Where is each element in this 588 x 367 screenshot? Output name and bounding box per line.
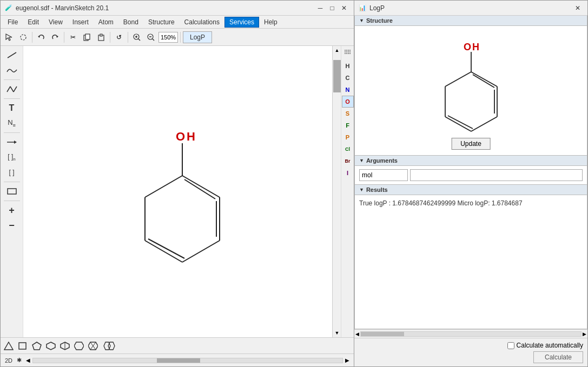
double-hex-btn[interactable]: [101, 340, 117, 352]
maximize-button[interactable]: □: [327, 3, 338, 13]
calc-auto-checkbox[interactable]: [507, 342, 514, 349]
wave-bond-btn[interactable]: [3, 63, 21, 77]
triangle-btn[interactable]: [3, 340, 15, 352]
minimize-button[interactable]: ─: [315, 3, 326, 13]
svg-line-28: [184, 179, 215, 199]
atom-P-btn[interactable]: P: [342, 131, 354, 143]
atom-Cl-btn[interactable]: Cl: [342, 143, 354, 155]
svg-rect-5: [85, 34, 90, 39]
calculate-button[interactable]: Calculate: [533, 351, 583, 363]
select-tool-btn[interactable]: [3, 31, 16, 44]
pentagon-btn[interactable]: [31, 340, 43, 352]
add-btn[interactable]: +: [3, 203, 21, 217]
extra-argument-input[interactable]: [410, 169, 583, 181]
menu-view[interactable]: View: [44, 17, 68, 28]
canvas-area[interactable]: O H ▲ ▼: [23, 46, 341, 337]
left-toolbar-sep5: [4, 201, 20, 201]
left-toolbar-sep4: [4, 182, 20, 182]
menu-help[interactable]: Help: [259, 17, 282, 28]
line-tool-btn[interactable]: [3, 48, 21, 62]
logp-toolbar-btn[interactable]: LogP: [183, 31, 212, 43]
menu-insert[interactable]: Insert: [68, 17, 94, 28]
scroll-thumb[interactable]: [333, 60, 341, 92]
svg-rect-7: [100, 34, 102, 36]
hexagon3-btn[interactable]: [73, 340, 85, 352]
zoom-out-btn[interactable]: [144, 31, 157, 44]
left-toolbar-sep1: [4, 79, 20, 80]
logp-scroll-track[interactable]: [360, 331, 582, 337]
close-button[interactable]: ✕: [339, 3, 349, 13]
h-scroll-bar[interactable]: ◀ ▶: [26, 357, 349, 364]
results-section-header[interactable]: ▼ Results: [354, 185, 587, 195]
menu-bond[interactable]: Bond: [118, 17, 143, 28]
grid-icon: [342, 47, 354, 59]
logp-h-scrollbar[interactable]: ◀ ▶: [354, 329, 587, 338]
svg-marker-20: [14, 141, 17, 144]
logp-window-controls: ✕: [572, 3, 583, 13]
menu-calculations[interactable]: Calculations: [180, 17, 224, 28]
svg-text:O: O: [176, 130, 185, 143]
logp-scroll-left[interactable]: ◀: [355, 331, 359, 337]
hexagon2-btn[interactable]: [59, 340, 71, 352]
logp-close-button[interactable]: ✕: [572, 3, 583, 13]
structure-section-header[interactable]: ▼ Structure: [354, 16, 587, 26]
toolbar-separator-2: [64, 32, 64, 43]
copy-btn[interactable]: [81, 31, 94, 44]
scroll-up-arrow[interactable]: ▲: [333, 46, 341, 55]
minus-btn[interactable]: −: [3, 218, 21, 232]
atom-Br-btn[interactable]: Br: [342, 155, 354, 167]
update-button[interactable]: Update: [451, 138, 491, 150]
calc-auto-row: Calculate automatically: [507, 342, 583, 349]
zoom-in-btn[interactable]: [130, 31, 143, 44]
zoom-input[interactable]: [158, 32, 178, 43]
menu-file[interactable]: File: [3, 17, 23, 28]
bracket-n-btn[interactable]: [ ]n: [3, 150, 21, 164]
hexagon-btn[interactable]: [45, 340, 57, 352]
text2-tool-btn[interactable]: N≡: [3, 116, 21, 130]
text-tool-btn[interactable]: T: [3, 101, 21, 115]
svg-line-24: [182, 241, 220, 262]
atom-F-btn[interactable]: F: [342, 119, 354, 131]
svg-line-16: [7, 86, 10, 92]
h-scroll-thumb[interactable]: [157, 358, 200, 363]
arguments-section-header[interactable]: ▼ Arguments: [354, 156, 587, 166]
logp-title-bar: 📊 LogP ✕: [354, 1, 587, 16]
menu-services[interactable]: Services: [224, 17, 259, 28]
atom-O-btn[interactable]: O: [342, 96, 354, 108]
paste-btn[interactable]: [95, 31, 108, 44]
chain-btn[interactable]: [3, 82, 21, 96]
scroll-right-arrow[interactable]: ▶: [345, 357, 349, 363]
logp-scroll-right[interactable]: ▶: [583, 331, 586, 337]
mol-argument-input[interactable]: [359, 169, 408, 181]
atom-H-btn[interactable]: H: [342, 60, 354, 72]
atom-C-btn[interactable]: C: [342, 72, 354, 84]
atom-I-btn[interactable]: I: [342, 167, 354, 179]
bottom-shapes-bar: [1, 337, 354, 353]
cut-btn[interactable]: ✂: [67, 31, 80, 44]
logp-scroll-thumb[interactable]: [361, 332, 404, 336]
menu-edit[interactable]: Edit: [23, 17, 44, 28]
arrow-btn[interactable]: [3, 135, 21, 149]
scroll-track[interactable]: [333, 55, 341, 329]
calc-auto-label: Calculate automatically: [517, 342, 583, 349]
menu-structure[interactable]: Structure: [143, 17, 180, 28]
vertical-scrollbar[interactable]: ▲ ▼: [332, 46, 341, 337]
bracket-btn[interactable]: [ ]: [3, 165, 21, 179]
scroll-down-arrow[interactable]: ▼: [333, 329, 341, 337]
lasso-btn[interactable]: [17, 31, 30, 44]
atom-S-btn[interactable]: S: [342, 108, 354, 119]
rotate-btn[interactable]: ↺: [113, 31, 125, 44]
rect-btn[interactable]: [3, 184, 21, 198]
scroll-left-arrow[interactable]: ◀: [26, 357, 30, 363]
status-bar: 2D ✱ ◀ ▶: [1, 353, 354, 366]
undo-btn[interactable]: [35, 31, 48, 44]
arguments-section-label: Arguments: [366, 157, 398, 164]
h-scroll-track[interactable]: [32, 358, 343, 363]
svg-marker-2: [38, 36, 40, 38]
atom-N-btn[interactable]: N: [342, 84, 354, 96]
redo-btn[interactable]: [49, 31, 62, 44]
left-toolbar: T N≡ [ ]n [ ]: [1, 46, 23, 337]
square-btn[interactable]: [17, 340, 29, 352]
hexagon4-btn[interactable]: [87, 340, 99, 352]
menu-atom[interactable]: Atom: [94, 17, 118, 28]
